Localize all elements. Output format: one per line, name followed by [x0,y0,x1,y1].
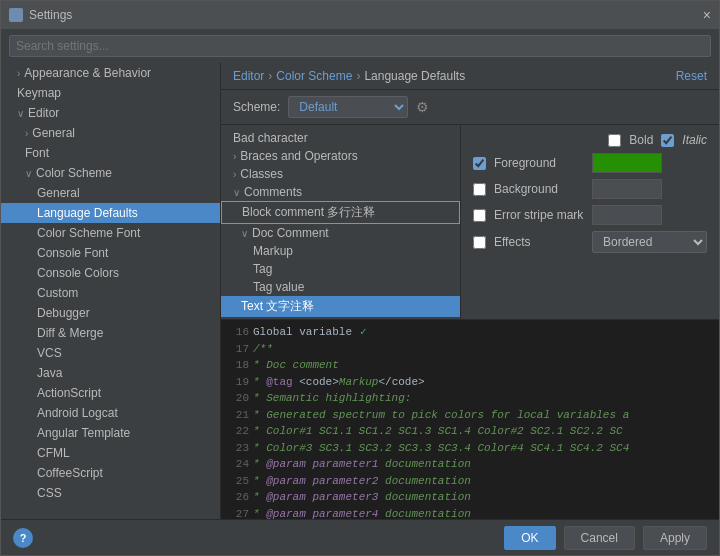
sidebar-item-language-defaults[interactable]: Language Defaults [1,203,220,223]
sidebar-item-custom[interactable]: Custom [1,283,220,303]
tree-arrow-icon: › [233,169,236,180]
search-bar [1,29,719,63]
tree-item-text-----[interactable]: Text 文字注释 [221,296,460,317]
error-stripe-color-swatch[interactable] [592,205,662,225]
code-content: * Color#3 SC3.1 SC3.2 SC3.3 SC3.4 Color#… [253,440,629,457]
sidebar-label: Debugger [37,306,90,320]
tree-item-bad-character[interactable]: Bad character [221,129,460,147]
tree-item-classes[interactable]: ›Classes [221,165,460,183]
effects-row: Effects Bordered Underline Bold Underlin… [473,231,707,253]
line-number: 16 [229,324,249,341]
sidebar-label: Android Logcat [37,406,118,420]
foreground-label: Foreground [494,156,584,170]
tree-item-doc-comment[interactable]: ∨Doc Comment [221,224,460,242]
sidebar-item-general[interactable]: General [1,183,220,203]
arrow-icon: ∨ [25,168,32,179]
code-content: * @param parameter1 documentation [253,456,471,473]
breadcrumb-editor[interactable]: Editor [233,69,264,83]
style-row: Bold Italic [473,133,707,147]
main-content: ›Appearance & BehaviorKeymap∨Editor›Gene… [1,63,719,519]
background-checkbox[interactable] [473,183,486,196]
effects-label: Effects [494,235,584,249]
line-number: 22 [229,423,249,440]
sidebar-label: General [37,186,80,200]
tree-item-markup[interactable]: Markup [221,242,460,260]
breadcrumb-text: Editor › Color Scheme › Language Default… [233,69,465,83]
sidebar-item-angular-template[interactable]: Angular Template [1,423,220,443]
code-line: 23 * Color#3 SC3.1 SC3.2 SC3.3 SC3.4 Col… [229,440,711,457]
sidebar-item-css[interactable]: CSS [1,483,220,503]
italic-checkbox[interactable] [661,134,674,147]
gear-icon[interactable]: ⚙ [416,99,429,115]
scheme-row: Scheme: Default ⚙ [221,90,719,125]
sidebar-item-vcs[interactable]: VCS [1,343,220,363]
apply-button[interactable]: Apply [643,526,707,550]
sidebar-label: Language Defaults [37,206,138,220]
sidebar-item-color-scheme[interactable]: ∨Color Scheme [1,163,220,183]
code-line: 26 * @param parameter3 documentation [229,489,711,506]
sidebar-item-console-colors[interactable]: Console Colors [1,263,220,283]
sidebar-item-diff---merge[interactable]: Diff & Merge [1,323,220,343]
sidebar-item-color-scheme-font[interactable]: Color Scheme Font [1,223,220,243]
sidebar-label: Diff & Merge [37,326,103,340]
breadcrumb: Editor › Color Scheme › Language Default… [221,63,719,90]
effects-select[interactable]: Bordered Underline Bold Underline Strike… [592,231,707,253]
sidebar-item-editor[interactable]: ∨Editor [1,103,220,123]
reset-link[interactable]: Reset [676,69,707,83]
code-content: /** [253,341,273,358]
code-line: 21 * Generated spectrum to pick colors f… [229,407,711,424]
sidebar-item-actionscript[interactable]: ActionScript [1,383,220,403]
sidebar-label: Console Colors [37,266,119,280]
sidebar-item-java[interactable]: Java [1,363,220,383]
svg-rect-0 [11,10,21,20]
sidebar-item-console-font[interactable]: Console Font [1,243,220,263]
effects-checkbox[interactable] [473,236,486,249]
sidebar-item-coffeescript[interactable]: CoffeeScript [1,463,220,483]
breadcrumb-current: Language Defaults [364,69,465,83]
footer: ? OK Cancel Apply [1,519,719,555]
cancel-button[interactable]: Cancel [564,526,635,550]
foreground-checkbox[interactable] [473,157,486,170]
tree-arrow-icon: ∨ [241,228,248,239]
sidebar-label: Angular Template [37,426,130,440]
arrow-icon: › [17,68,20,79]
foreground-color-swatch[interactable] [592,153,662,173]
sidebar-item-android-logcat[interactable]: Android Logcat [1,403,220,423]
code-content: * Color#1 SC1.1 SC1.2 SC1.3 SC1.4 Color#… [253,423,623,440]
tree-label: Block comment 多行注释 [242,204,375,221]
sidebar-item-keymap[interactable]: Keymap [1,83,220,103]
sidebar-item-font[interactable]: Font [1,143,220,163]
code-content: Global variable✓ [253,324,367,341]
background-color-swatch[interactable] [592,179,662,199]
sidebar-item-appearance---behavior[interactable]: ›Appearance & Behavior [1,63,220,83]
tree-label: Classes [240,167,283,181]
close-button[interactable]: × [703,7,711,23]
tree-item-braces-and-operators[interactable]: ›Braces and Operators [221,147,460,165]
ok-button[interactable]: OK [504,526,555,550]
sidebar-item-cfml[interactable]: CFML [1,443,220,463]
breadcrumb-colorscheme[interactable]: Color Scheme [276,69,352,83]
line-number: 26 [229,489,249,506]
code-line: 16Global variable✓ [229,324,711,341]
sidebar-label: CoffeeScript [37,466,103,480]
bold-checkbox[interactable] [608,134,621,147]
sidebar-label: Appearance & Behavior [24,66,151,80]
arrow-icon: ∨ [17,108,24,119]
tree-item-comments[interactable]: ∨Comments [221,183,460,201]
code-content: * @tag <code>Markup</code> [253,374,425,391]
code-content: * Doc comment [253,357,339,374]
window-title: Settings [29,8,72,22]
bold-label: Bold [629,133,653,147]
tree-item-tag-value[interactable]: Tag value [221,278,460,296]
sidebar-item-debugger[interactable]: Debugger [1,303,220,323]
breadcrumb-arrow1: › [268,69,272,83]
tree-item-tag[interactable]: Tag [221,260,460,278]
tree-item-block-comment-----[interactable]: Block comment 多行注释 [221,201,460,224]
error-stripe-checkbox[interactable] [473,209,486,222]
sidebar-item-general[interactable]: ›General [1,123,220,143]
help-icon[interactable]: ? [13,528,33,548]
search-input[interactable] [9,35,711,57]
right-panel: Editor › Color Scheme › Language Default… [221,63,719,519]
sidebar-label: Java [37,366,62,380]
scheme-select[interactable]: Default [288,96,408,118]
